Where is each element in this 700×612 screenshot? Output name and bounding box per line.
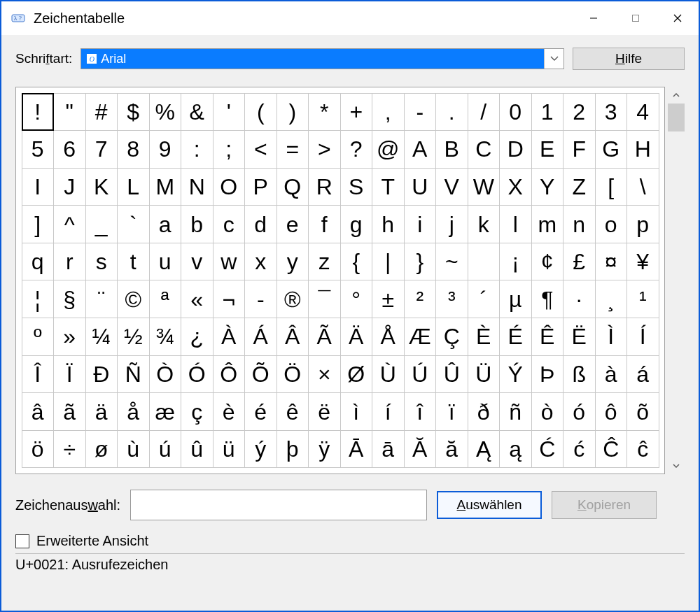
char-cell[interactable]: ð <box>468 392 500 431</box>
char-cell[interactable]: 8 <box>117 130 150 169</box>
char-cell[interactable]: ê <box>276 392 309 431</box>
char-cell[interactable]: » <box>53 318 86 356</box>
char-cell[interactable]: ª <box>149 280 182 318</box>
char-cell[interactable]: µ <box>499 280 532 318</box>
char-cell[interactable]: Ð <box>85 355 118 394</box>
char-cell[interactable]: ć <box>563 430 596 469</box>
char-cell[interactable]: Á <box>244 318 277 356</box>
char-cell[interactable]: è <box>213 392 246 431</box>
char-cell[interactable]: « <box>181 280 214 318</box>
char-cell[interactable]: Õ <box>244 355 277 394</box>
scroll-up-button[interactable] <box>668 87 685 104</box>
char-cell[interactable]: á <box>626 355 659 394</box>
char-cell[interactable]: Ê <box>531 318 564 356</box>
char-cell[interactable]: 1 <box>531 93 564 131</box>
char-cell[interactable]: 4 <box>626 93 659 131</box>
char-cell[interactable]: i <box>404 205 437 243</box>
char-cell[interactable]: Y <box>531 168 564 206</box>
char-cell[interactable]: [ <box>595 168 628 206</box>
char-cell[interactable]: F <box>563 130 596 169</box>
char-cell[interactable]: , <box>372 93 405 131</box>
help-button[interactable]: Hilfe <box>573 48 685 70</box>
char-cell[interactable]: ¹ <box>626 280 659 318</box>
char-cell[interactable]: í <box>372 392 405 431</box>
char-cell[interactable]: E <box>531 130 564 169</box>
char-cell[interactable]: Ò <box>149 355 182 394</box>
char-cell[interactable]: o <box>595 205 628 243</box>
char-cell[interactable] <box>468 243 500 281</box>
char-cell[interactable]: 3 <box>595 93 628 131</box>
char-cell[interactable]: Â <box>276 318 309 356</box>
char-cell[interactable]: ) <box>276 93 309 131</box>
char-cell[interactable]: d <box>244 205 277 243</box>
char-cell[interactable]: Ö <box>276 355 309 394</box>
char-cell[interactable]: Ù <box>372 355 405 394</box>
char-cell[interactable]: / <box>468 93 500 131</box>
char-cell[interactable]: ÿ <box>308 430 341 469</box>
char-cell[interactable]: x <box>244 243 277 281</box>
char-cell[interactable]: Å <box>372 318 405 356</box>
char-cell[interactable]: ¡ <box>499 243 532 281</box>
char-cell[interactable]: ā <box>372 430 405 469</box>
char-cell[interactable]: \ <box>626 168 659 206</box>
char-cell[interactable]: M <box>149 168 182 206</box>
char-cell[interactable]: ( <box>244 93 277 131</box>
char-cell[interactable]: Í <box>626 318 659 356</box>
char-cell[interactable]: J <box>53 168 86 206</box>
char-cell[interactable]: È <box>468 318 500 356</box>
char-cell[interactable]: ä <box>85 392 118 431</box>
char-cell[interactable]: ² <box>404 280 437 318</box>
char-cell[interactable]: Ú <box>404 355 437 394</box>
char-cell[interactable]: þ <box>276 430 309 469</box>
char-cell[interactable]: p <box>626 205 659 243</box>
char-cell[interactable]: $ <box>117 93 150 131</box>
char-cell[interactable]: 7 <box>85 130 118 169</box>
char-cell[interactable]: G <box>595 130 628 169</box>
char-cell[interactable]: × <box>308 355 341 394</box>
char-cell[interactable]: } <box>404 243 437 281</box>
char-cell[interactable]: É <box>499 318 532 356</box>
char-cell[interactable]: Ï <box>53 355 86 394</box>
char-cell[interactable]: t <box>117 243 150 281</box>
char-cell[interactable]: ą <box>499 430 532 469</box>
char-cell[interactable]: ÷ <box>53 430 86 469</box>
char-cell[interactable]: ½ <box>117 318 150 356</box>
char-cell[interactable]: © <box>117 280 150 318</box>
char-cell[interactable]: ³ <box>435 280 468 318</box>
char-cell[interactable]: û <box>181 430 214 469</box>
char-cell[interactable]: § <box>53 280 86 318</box>
char-cell[interactable]: q <box>22 243 55 281</box>
scroll-down-button[interactable] <box>668 457 685 474</box>
char-cell[interactable]: ¬ <box>213 280 246 318</box>
char-cell[interactable]: ¢ <box>531 243 564 281</box>
char-cell[interactable]: ¨ <box>85 280 118 318</box>
char-cell[interactable]: N <box>181 168 214 206</box>
char-cell[interactable]: Î <box>22 355 55 394</box>
minimize-button[interactable] <box>573 1 615 35</box>
char-cell[interactable]: ì <box>340 392 373 431</box>
char-cell[interactable]: . <box>435 93 468 131</box>
char-cell[interactable]: æ <box>149 392 182 431</box>
char-cell[interactable]: f <box>308 205 341 243</box>
char-cell[interactable]: º <box>22 318 55 356</box>
char-cell[interactable]: Ó <box>181 355 214 394</box>
char-cell[interactable]: - <box>404 93 437 131</box>
char-cell[interactable]: 5 <box>22 130 55 169</box>
char-cell[interactable]: ý <box>244 430 277 469</box>
char-cell[interactable]: I <box>22 168 55 206</box>
char-cell[interactable]: S <box>340 168 373 206</box>
char-cell[interactable]: ± <box>372 280 405 318</box>
char-cell[interactable]: ! <box>22 93 55 131</box>
char-cell[interactable]: Ì <box>595 318 628 356</box>
char-cell[interactable]: h <box>372 205 405 243</box>
char-cell[interactable]: 6 <box>53 130 86 169</box>
char-cell[interactable]: Æ <box>404 318 437 356</box>
char-cell[interactable]: U <box>404 168 437 206</box>
char-cell[interactable]: ¸ <box>595 280 628 318</box>
char-cell[interactable]: ¯ <box>308 280 341 318</box>
char-cell[interactable]: ® <box>276 280 309 318</box>
char-cell[interactable]: ¿ <box>181 318 214 356</box>
char-cell[interactable]: e <box>276 205 309 243</box>
char-cell[interactable]: ` <box>117 205 150 243</box>
char-cell[interactable]: ô <box>595 392 628 431</box>
